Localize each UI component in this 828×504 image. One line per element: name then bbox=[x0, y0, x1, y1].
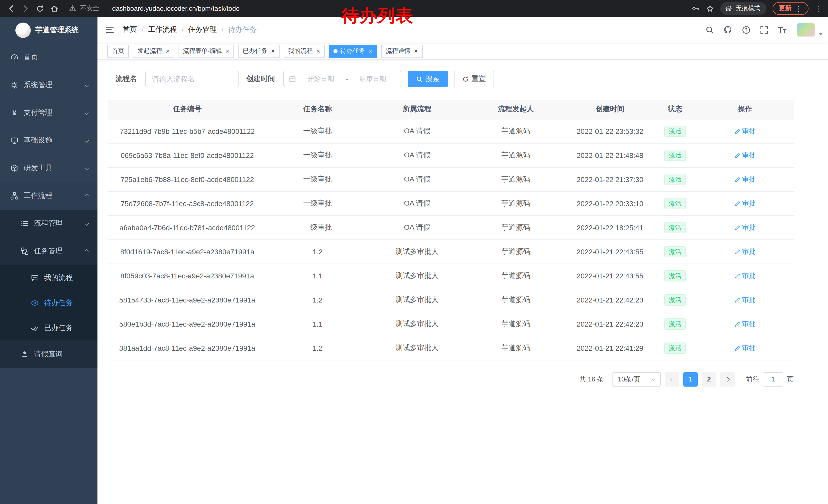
page-size-select[interactable]: 10条/页 bbox=[612, 372, 661, 386]
page-number-button[interactable]: 2 bbox=[702, 372, 716, 386]
cell-task-name: 一级审批 bbox=[267, 215, 368, 239]
navbar-actions: ? bbox=[701, 17, 823, 43]
update-label: 更新 bbox=[779, 4, 792, 13]
tabs-bar: 首页 发起流程 × 流程表单-编辑 × 已办任务 bbox=[97, 43, 828, 60]
cell-process: 测试多审批人 bbox=[368, 336, 466, 360]
close-icon[interactable]: × bbox=[317, 48, 320, 54]
approve-link[interactable]: 审批 bbox=[734, 271, 755, 280]
approve-link[interactable]: 审批 bbox=[734, 199, 755, 208]
process-name-input[interactable] bbox=[145, 71, 239, 87]
tab-label: 我的流程 bbox=[288, 47, 313, 55]
close-icon[interactable]: × bbox=[225, 48, 229, 54]
approve-link[interactable]: 审批 bbox=[734, 247, 755, 256]
sidebar-item[interactable]: 已办任务 bbox=[0, 315, 97, 340]
avatar-dropdown[interactable] bbox=[797, 22, 823, 37]
reload-icon[interactable] bbox=[33, 1, 47, 16]
github-icon[interactable] bbox=[719, 17, 737, 43]
sidebar-item-label: 已办任务 bbox=[44, 323, 73, 332]
person-icon bbox=[20, 350, 29, 358]
close-icon[interactable]: × bbox=[414, 48, 418, 54]
approve-link[interactable]: 审批 bbox=[734, 319, 755, 328]
table-row: a6aba0a4-7b6d-11ec-b781-acde48001122 一级审… bbox=[108, 215, 794, 239]
sidebar-item[interactable]: 我的流程 bbox=[0, 265, 97, 290]
page-number-button[interactable]: 1 bbox=[683, 372, 698, 386]
font-size-icon[interactable] bbox=[773, 17, 792, 43]
back-icon[interactable] bbox=[4, 1, 18, 16]
col-initiator: 流程发起人 bbox=[466, 100, 566, 119]
forward-icon[interactable] bbox=[18, 1, 33, 16]
status-badge: 激活 bbox=[664, 270, 686, 281]
cell-initiator: 芋道源码 bbox=[466, 215, 566, 239]
warning-icon bbox=[69, 5, 76, 12]
tab[interactable]: 流程详情 × bbox=[381, 44, 422, 58]
sidebar-item[interactable]: 工作流程 bbox=[0, 182, 97, 210]
breadcrumb-home[interactable]: 首页 bbox=[123, 25, 137, 34]
cell-created: 2022-01-22 23:53:32 bbox=[566, 119, 654, 143]
help-icon[interactable]: ? bbox=[737, 17, 755, 43]
breadcrumb-separator: / bbox=[222, 26, 224, 34]
browser-menu-icon[interactable]: ⋮ bbox=[815, 5, 822, 12]
status-badge: 激活 bbox=[664, 149, 686, 161]
sidebar-item-label: 待办任务 bbox=[44, 298, 73, 307]
search-icon[interactable] bbox=[701, 17, 719, 43]
search-button[interactable]: 搜索 bbox=[408, 71, 448, 87]
top-navbar: 首页 / 工作流程 / 任务管理 / 待办任务 ? bbox=[97, 17, 828, 43]
app-logo[interactable]: 芋道管理系统 bbox=[0, 17, 97, 44]
date-range-picker[interactable]: 开始日期 - 结束日期 bbox=[283, 71, 401, 87]
chat-icon bbox=[31, 274, 39, 282]
reset-button[interactable]: 重置 bbox=[454, 71, 494, 87]
prev-page-button[interactable] bbox=[665, 372, 679, 386]
update-button[interactable]: 更新 ⋮ bbox=[773, 2, 809, 15]
approve-link[interactable]: 审批 bbox=[734, 343, 755, 353]
sidebar-item[interactable]: 系统管理 bbox=[0, 71, 97, 99]
breadcrumb-task-mgmt[interactable]: 任务管理 bbox=[188, 25, 217, 34]
cell-initiator: 芋道源码 bbox=[466, 167, 566, 191]
sidebar-item[interactable]: 研发工具 bbox=[0, 154, 97, 182]
approve-link[interactable]: 审批 bbox=[734, 295, 755, 304]
sidebar-item[interactable]: 待办任务 bbox=[0, 290, 97, 315]
breadcrumb-current: 待办任务 bbox=[228, 25, 257, 34]
address-bar[interactable]: 不安全 dashboard.yudao.iocoder.cn/bpm/task/… bbox=[69, 4, 685, 13]
hamburger-icon[interactable] bbox=[105, 25, 114, 34]
status-badge: 激活 bbox=[664, 246, 686, 257]
close-icon[interactable]: × bbox=[271, 48, 275, 54]
tab[interactable]: 流程表单-编辑 × bbox=[178, 44, 234, 58]
sidebar-item[interactable]: 流程管理 bbox=[0, 210, 97, 237]
logo-image bbox=[15, 22, 31, 38]
approve-link[interactable]: 审批 bbox=[734, 223, 755, 232]
tab[interactable]: 首页 bbox=[107, 44, 129, 58]
cell-task-id: 73211d9d-7b9b-11ec-b5b7-acde48001122 bbox=[108, 119, 267, 143]
sidebar-item[interactable]: 请假查询 bbox=[0, 340, 97, 368]
sidebar-item[interactable]: ¥ 支付管理 bbox=[0, 99, 97, 127]
checks-icon bbox=[31, 324, 39, 332]
incognito-badge[interactable]: 无痕模式 bbox=[720, 2, 767, 15]
key-icon[interactable] bbox=[692, 4, 700, 12]
col-task-id: 任务编号 bbox=[108, 100, 267, 119]
cell-initiator: 芋道源码 bbox=[466, 336, 566, 360]
sidebar-item[interactable]: 首页 bbox=[0, 44, 97, 71]
caret-down-icon bbox=[819, 33, 823, 35]
close-icon[interactable]: × bbox=[369, 48, 372, 54]
chevron-down-icon bbox=[652, 377, 656, 381]
sidebar-item[interactable]: 任务管理 bbox=[0, 237, 97, 265]
tab[interactable]: 我的流程 × bbox=[284, 44, 325, 58]
breadcrumb-workflow[interactable]: 工作流程 bbox=[148, 25, 177, 34]
goto-page-input[interactable] bbox=[763, 372, 783, 386]
fullscreen-icon[interactable] bbox=[755, 17, 773, 43]
approve-link[interactable]: 审批 bbox=[734, 126, 755, 136]
cell-initiator: 芋道源码 bbox=[466, 288, 566, 312]
tab[interactable]: 已办任务 × bbox=[238, 44, 279, 58]
col-actions: 操作 bbox=[696, 100, 794, 119]
approve-link[interactable]: 审批 bbox=[734, 150, 755, 160]
goto-label: 前往 bbox=[746, 374, 759, 384]
chevron-icon bbox=[85, 83, 89, 87]
bookmark-star-icon[interactable] bbox=[706, 4, 714, 12]
tab[interactable]: 发起流程 × bbox=[133, 44, 174, 58]
close-icon[interactable]: × bbox=[166, 48, 170, 54]
sidebar-item[interactable]: 基础设施 bbox=[0, 127, 97, 154]
next-page-button[interactable] bbox=[720, 372, 735, 386]
col-created: 创建时间 bbox=[566, 100, 654, 119]
tab[interactable]: 待办任务 × bbox=[329, 44, 377, 58]
approve-link[interactable]: 审批 bbox=[734, 175, 755, 184]
home-button-icon[interactable] bbox=[47, 1, 61, 16]
